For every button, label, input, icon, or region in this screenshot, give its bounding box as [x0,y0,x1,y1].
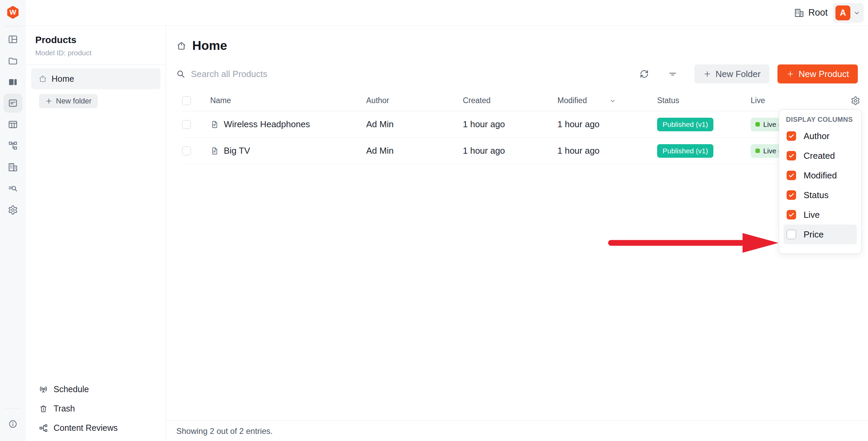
rail-item-page-builder[interactable] [3,73,22,92]
column-header-status[interactable]: Status [657,96,751,105]
model-id: Model ID: product [35,49,156,57]
row-checkbox[interactable] [182,120,191,129]
new-folder-button[interactable]: New Folder [694,64,769,83]
rail-item-tenants[interactable] [3,158,22,177]
building-icon [8,162,18,172]
sidebar-item-schedule[interactable]: Schedule [26,380,166,399]
entry-modified: 1 hour ago [557,146,657,156]
column-toggle-author[interactable]: Author [784,126,857,146]
rail-item-settings[interactable] [3,200,22,219]
sidebar-item-label: Home [52,74,74,84]
column-toggle-label: Created [804,151,835,161]
column-toggle-created[interactable]: Created [784,146,857,166]
table-row[interactable]: Big TV Ad Min 1 hour ago 1 hour ago Publ… [182,138,860,164]
icon-rail: W [0,0,26,441]
rail-item-audit-logs[interactable] [3,179,22,198]
layout-icon [8,34,18,44]
column-header-modified[interactable]: Modified [557,96,657,105]
tenant-label: Root [808,7,828,18]
entry-modified: 1 hour ago [557,119,657,130]
flow-icon [8,141,18,151]
column-toggle-price[interactable]: Price [784,225,857,244]
column-header-name[interactable]: Name [210,96,366,105]
checkbox-checked[interactable] [787,190,796,200]
search-icon [176,70,185,78]
checkbox-unchecked[interactable] [787,230,796,239]
display-columns-panel: DISPLAY COLUMNS Author Created Modified … [779,109,862,254]
gear-icon [851,96,860,106]
sidebar-item-label: Trash [54,404,75,414]
live-dot-icon [755,149,760,153]
sidebar-item-label: Content Reviews [54,423,118,433]
check-icon [788,133,795,139]
filter-icon [668,69,677,79]
entry-name-cell[interactable]: Wireless Headphones [210,119,366,130]
entries-table: Name Author Created Modified Status Live [166,90,868,164]
home-icon [38,74,47,83]
plus-icon [786,70,794,78]
column-toggle-status[interactable]: Status [784,185,857,205]
model-title: Products [35,35,156,45]
checkbox-checked[interactable] [787,131,796,141]
avatar: A [835,5,850,20]
check-icon [788,211,795,218]
rail-item-folders[interactable] [3,52,22,71]
column-toggle-label: Author [804,131,830,141]
review-flow-icon [39,424,48,433]
main-content: Home New Folder [166,26,868,441]
entry-name: Big TV [224,146,250,156]
webiny-logo[interactable]: W [6,5,19,19]
search-list-icon [8,184,18,194]
live-badge-label: Live ( [763,147,781,155]
rail-item-info[interactable] [3,415,22,434]
rail-item-structures[interactable] [3,115,22,134]
checkbox-checked[interactable] [787,210,796,219]
trash-icon [39,404,48,413]
table-row[interactable]: Wireless Headphones Ad Min 1 hour ago 1 … [182,111,860,138]
toolbar: New Folder New Product [176,64,858,84]
column-toggle-modified[interactable]: Modified [784,166,857,185]
logo-letter: W [6,5,19,19]
rail-item-dashboard[interactable] [3,30,22,49]
column-header-created[interactable]: Created [463,96,557,105]
new-product-button[interactable]: New Product [777,64,858,83]
new-folder-label: New folder [56,97,92,106]
chevron-down-icon [609,97,616,104]
status-badge: Published (v1) [657,144,713,158]
column-settings-button[interactable] [836,96,860,106]
broadcast-icon [39,385,48,394]
chevron-down-icon [853,9,860,16]
sidebar-item-home[interactable]: Home [31,68,160,89]
column-toggle-label: Status [804,190,829,200]
entry-name-cell[interactable]: Big TV [210,146,366,156]
sidebar-item-trash[interactable]: Trash [26,399,166,418]
sidebar-item-content-reviews[interactable]: Content Reviews [26,418,166,438]
table-icon [8,119,18,130]
rail-item-headless-cms[interactable] [3,94,22,113]
column-header-author[interactable]: Author [366,96,463,105]
home-icon [176,41,186,51]
live-badge-label: Live ( [763,120,781,129]
filter-button[interactable] [665,66,680,81]
table-footer: Showing 2 out of 2 entries. [166,421,868,441]
column-toggle-live[interactable]: Live [784,205,857,225]
entries-icon [8,98,18,108]
search-input[interactable] [191,69,428,79]
rail-item-workflows[interactable] [3,136,22,155]
sidebar-header: Products Model ID: product [26,26,166,65]
refresh-icon [639,69,649,79]
sidebar-new-folder-button[interactable]: New folder [39,94,98,108]
select-all-checkbox[interactable] [182,96,191,105]
entries-count: Showing 2 out of 2 entries. [176,426,273,436]
row-checkbox[interactable] [182,147,191,155]
checkbox-checked[interactable] [787,171,796,180]
live-dot-icon [755,122,760,127]
tenant-selector[interactable]: Root [794,7,828,18]
column-header-live[interactable]: Live [751,96,836,105]
check-icon [788,172,795,179]
refresh-button[interactable] [637,66,652,81]
account-menu[interactable]: A [833,3,864,23]
plus-icon [45,97,53,105]
checkbox-checked[interactable] [787,151,796,160]
page-header: Home [176,39,227,53]
